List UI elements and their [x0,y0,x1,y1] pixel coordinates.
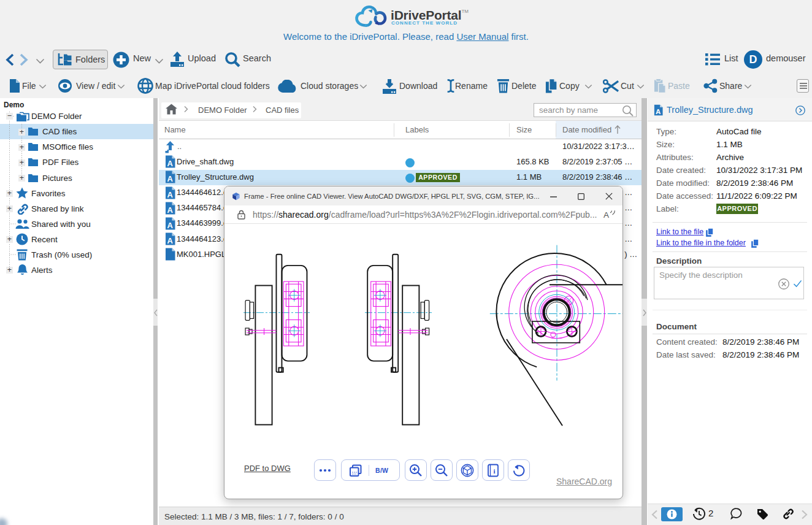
svg-text:i: i [493,467,495,475]
